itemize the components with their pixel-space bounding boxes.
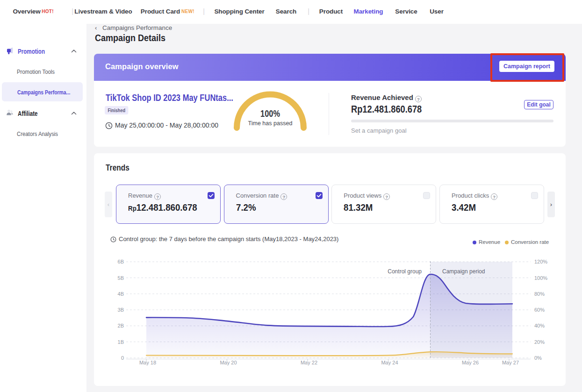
svg-text:May 26: May 26 bbox=[462, 360, 479, 365]
svg-text:0%: 0% bbox=[534, 355, 542, 361]
svg-text:6B: 6B bbox=[118, 259, 124, 264]
svg-text:May 27: May 27 bbox=[502, 360, 519, 365]
svg-text:120%: 120% bbox=[534, 259, 547, 264]
svg-text:Campaign period: Campaign period bbox=[442, 268, 485, 275]
svg-text:May 18: May 18 bbox=[139, 360, 156, 365]
svg-text:May 20: May 20 bbox=[220, 360, 237, 365]
svg-text:20%: 20% bbox=[534, 339, 545, 345]
svg-text:100%: 100% bbox=[534, 275, 547, 281]
svg-text:5B: 5B bbox=[118, 275, 124, 281]
svg-text:4B: 4B bbox=[118, 291, 124, 297]
svg-text:May 22: May 22 bbox=[301, 360, 317, 365]
svg-text:40%: 40% bbox=[534, 323, 545, 328]
svg-text:0: 0 bbox=[121, 355, 124, 361]
svg-text:1B: 1B bbox=[118, 339, 124, 345]
svg-text:2B: 2B bbox=[118, 323, 124, 328]
svg-text:Control group: Control group bbox=[388, 268, 422, 275]
svg-text:80%: 80% bbox=[534, 291, 545, 297]
svg-text:May 24: May 24 bbox=[381, 360, 398, 365]
svg-text:3B: 3B bbox=[118, 307, 124, 313]
svg-text:60%: 60% bbox=[534, 307, 545, 313]
